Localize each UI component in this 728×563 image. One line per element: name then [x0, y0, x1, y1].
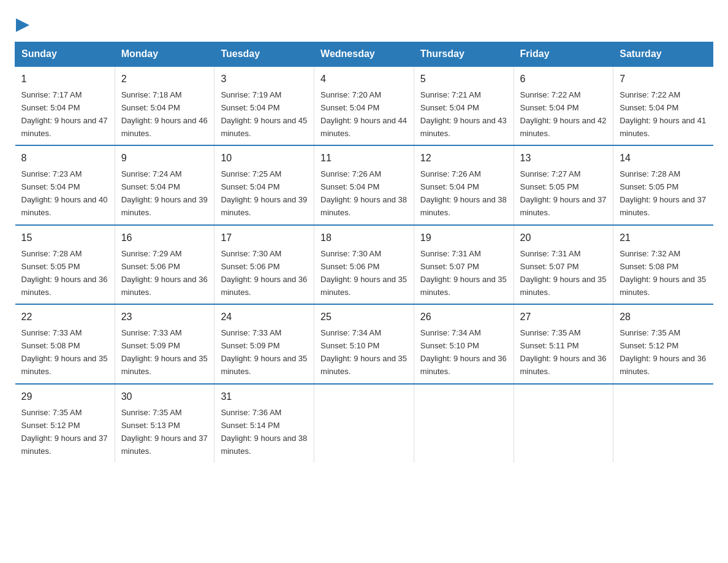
- weekday-header-tuesday: Tuesday: [214, 42, 314, 67]
- day-number: 27: [520, 310, 607, 325]
- day-info: Sunrise: 7:33 AMSunset: 5:09 PMDaylight:…: [221, 328, 307, 376]
- day-number: 11: [320, 151, 408, 166]
- calendar-cell: [314, 384, 414, 462]
- calendar-cell: 18Sunrise: 7:30 AMSunset: 5:06 PMDayligh…: [314, 225, 414, 304]
- day-number: 23: [121, 310, 208, 325]
- day-number: 2: [121, 72, 208, 87]
- day-info: Sunrise: 7:33 AMSunset: 5:08 PMDaylight:…: [21, 328, 108, 376]
- calendar-cell: 15Sunrise: 7:28 AMSunset: 5:05 PMDayligh…: [15, 225, 115, 304]
- day-number: 13: [520, 151, 607, 166]
- calendar-cell: 14Sunrise: 7:28 AMSunset: 5:05 PMDayligh…: [613, 145, 713, 224]
- day-info: Sunrise: 7:29 AMSunset: 5:06 PMDaylight:…: [121, 249, 208, 297]
- day-info: Sunrise: 7:20 AMSunset: 5:04 PMDaylight:…: [320, 90, 407, 138]
- day-number: 31: [221, 389, 308, 405]
- day-number: 5: [420, 72, 507, 87]
- calendar-cell: 20Sunrise: 7:31 AMSunset: 5:07 PMDayligh…: [514, 225, 613, 304]
- logo: [15, 15, 29, 32]
- day-info: Sunrise: 7:35 AMSunset: 5:11 PMDaylight:…: [520, 328, 607, 376]
- day-info: Sunrise: 7:18 AMSunset: 5:04 PMDaylight:…: [121, 90, 208, 138]
- day-number: 15: [21, 231, 108, 246]
- day-info: Sunrise: 7:26 AMSunset: 5:04 PMDaylight:…: [420, 169, 507, 217]
- calendar-cell: 17Sunrise: 7:30 AMSunset: 5:06 PMDayligh…: [214, 225, 314, 304]
- calendar-cell: 2Sunrise: 7:18 AMSunset: 5:04 PMDaylight…: [115, 66, 214, 145]
- day-number: 19: [420, 231, 507, 246]
- calendar-cell: 22Sunrise: 7:33 AMSunset: 5:08 PMDayligh…: [15, 304, 115, 383]
- calendar-table: SundayMondayTuesdayWednesdayThursdayFrid…: [15, 42, 713, 462]
- calendar-cell: 9Sunrise: 7:24 AMSunset: 5:04 PMDaylight…: [115, 145, 214, 224]
- calendar-week-row: 15Sunrise: 7:28 AMSunset: 5:05 PMDayligh…: [15, 225, 713, 304]
- day-number: 21: [620, 231, 707, 246]
- day-info: Sunrise: 7:35 AMSunset: 5:13 PMDaylight:…: [121, 408, 208, 456]
- day-info: Sunrise: 7:22 AMSunset: 5:04 PMDaylight:…: [620, 90, 706, 138]
- day-number: 22: [21, 310, 108, 325]
- calendar-cell: 10Sunrise: 7:25 AMSunset: 5:04 PMDayligh…: [214, 145, 314, 224]
- calendar-cell: 26Sunrise: 7:34 AMSunset: 5:10 PMDayligh…: [414, 304, 514, 383]
- day-number: 7: [620, 72, 707, 87]
- day-number: 30: [121, 389, 208, 405]
- weekday-header-thursday: Thursday: [414, 42, 514, 67]
- calendar-cell: 24Sunrise: 7:33 AMSunset: 5:09 PMDayligh…: [214, 304, 314, 383]
- day-info: Sunrise: 7:26 AMSunset: 5:04 PMDaylight:…: [320, 169, 407, 217]
- calendar-cell: 3Sunrise: 7:19 AMSunset: 5:04 PMDaylight…: [214, 66, 314, 145]
- day-info: Sunrise: 7:30 AMSunset: 5:06 PMDaylight:…: [320, 249, 407, 297]
- logo-arrow-icon: [16, 18, 29, 32]
- day-info: Sunrise: 7:31 AMSunset: 5:07 PMDaylight:…: [420, 249, 507, 297]
- calendar-week-row: 22Sunrise: 7:33 AMSunset: 5:08 PMDayligh…: [15, 304, 713, 383]
- day-info: Sunrise: 7:28 AMSunset: 5:05 PMDaylight:…: [620, 169, 706, 217]
- calendar-cell: 1Sunrise: 7:17 AMSunset: 5:04 PMDaylight…: [15, 66, 115, 145]
- day-info: Sunrise: 7:33 AMSunset: 5:09 PMDaylight:…: [121, 328, 208, 376]
- calendar-cell: 29Sunrise: 7:35 AMSunset: 5:12 PMDayligh…: [15, 384, 115, 462]
- weekday-header-wednesday: Wednesday: [314, 42, 414, 67]
- calendar-cell: [414, 384, 514, 462]
- calendar-cell: 8Sunrise: 7:23 AMSunset: 5:04 PMDaylight…: [15, 145, 115, 224]
- day-info: Sunrise: 7:23 AMSunset: 5:04 PMDaylight:…: [21, 169, 108, 217]
- day-info: Sunrise: 7:27 AMSunset: 5:05 PMDaylight:…: [520, 169, 607, 217]
- day-info: Sunrise: 7:36 AMSunset: 5:14 PMDaylight:…: [221, 408, 307, 456]
- calendar-cell: 23Sunrise: 7:33 AMSunset: 5:09 PMDayligh…: [115, 304, 214, 383]
- day-number: 17: [221, 231, 308, 246]
- calendar-cell: 13Sunrise: 7:27 AMSunset: 5:05 PMDayligh…: [514, 145, 613, 224]
- day-info: Sunrise: 7:31 AMSunset: 5:07 PMDaylight:…: [520, 249, 607, 297]
- calendar-week-row: 1Sunrise: 7:17 AMSunset: 5:04 PMDaylight…: [15, 66, 713, 145]
- day-number: 12: [420, 151, 507, 166]
- day-info: Sunrise: 7:34 AMSunset: 5:10 PMDaylight:…: [420, 328, 507, 376]
- weekday-header-saturday: Saturday: [613, 42, 713, 67]
- calendar-cell: 7Sunrise: 7:22 AMSunset: 5:04 PMDaylight…: [613, 66, 713, 145]
- svg-marker-0: [16, 18, 29, 32]
- day-number: 10: [221, 151, 308, 166]
- day-number: 25: [320, 310, 408, 325]
- day-number: 14: [620, 151, 707, 166]
- calendar-cell: 11Sunrise: 7:26 AMSunset: 5:04 PMDayligh…: [314, 145, 414, 224]
- calendar-cell: 4Sunrise: 7:20 AMSunset: 5:04 PMDaylight…: [314, 66, 414, 145]
- weekday-header-monday: Monday: [115, 42, 214, 67]
- calendar-week-row: 8Sunrise: 7:23 AMSunset: 5:04 PMDaylight…: [15, 145, 713, 224]
- calendar-cell: 16Sunrise: 7:29 AMSunset: 5:06 PMDayligh…: [115, 225, 214, 304]
- day-info: Sunrise: 7:34 AMSunset: 5:10 PMDaylight:…: [320, 328, 407, 376]
- calendar-week-row: 29Sunrise: 7:35 AMSunset: 5:12 PMDayligh…: [15, 384, 713, 462]
- day-number: 20: [520, 231, 607, 246]
- day-number: 6: [520, 72, 607, 87]
- calendar-cell: 30Sunrise: 7:35 AMSunset: 5:13 PMDayligh…: [115, 384, 214, 462]
- calendar-cell: 31Sunrise: 7:36 AMSunset: 5:14 PMDayligh…: [214, 384, 314, 462]
- day-info: Sunrise: 7:28 AMSunset: 5:05 PMDaylight:…: [21, 249, 108, 297]
- day-number: 29: [21, 389, 108, 405]
- day-number: 1: [21, 72, 108, 87]
- day-number: 26: [420, 310, 507, 325]
- day-info: Sunrise: 7:21 AMSunset: 5:04 PMDaylight:…: [420, 90, 507, 138]
- day-number: 24: [221, 310, 308, 325]
- day-info: Sunrise: 7:22 AMSunset: 5:04 PMDaylight:…: [520, 90, 607, 138]
- day-info: Sunrise: 7:32 AMSunset: 5:08 PMDaylight:…: [620, 249, 706, 297]
- calendar-cell: 28Sunrise: 7:35 AMSunset: 5:12 PMDayligh…: [613, 304, 713, 383]
- day-info: Sunrise: 7:24 AMSunset: 5:04 PMDaylight:…: [121, 169, 208, 217]
- page-header: [15, 15, 713, 32]
- day-number: 9: [121, 151, 208, 166]
- calendar-cell: 19Sunrise: 7:31 AMSunset: 5:07 PMDayligh…: [414, 225, 514, 304]
- calendar-cell: 27Sunrise: 7:35 AMSunset: 5:11 PMDayligh…: [514, 304, 613, 383]
- calendar-cell: 6Sunrise: 7:22 AMSunset: 5:04 PMDaylight…: [514, 66, 613, 145]
- day-info: Sunrise: 7:17 AMSunset: 5:04 PMDaylight:…: [21, 90, 108, 138]
- weekday-header-friday: Friday: [514, 42, 613, 67]
- day-number: 3: [221, 72, 308, 87]
- day-info: Sunrise: 7:30 AMSunset: 5:06 PMDaylight:…: [221, 249, 307, 297]
- calendar-cell: 25Sunrise: 7:34 AMSunset: 5:10 PMDayligh…: [314, 304, 414, 383]
- calendar-cell: 12Sunrise: 7:26 AMSunset: 5:04 PMDayligh…: [414, 145, 514, 224]
